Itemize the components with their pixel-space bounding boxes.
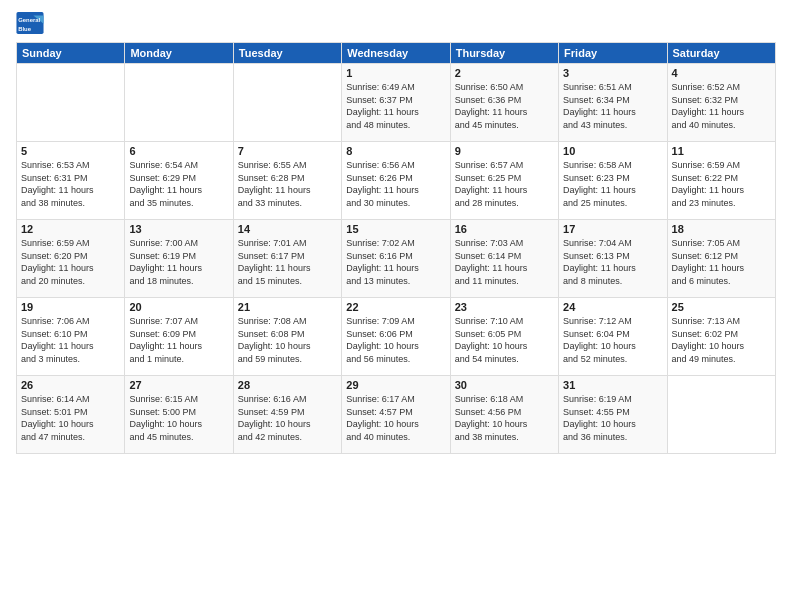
day-info: Sunrise: 6:58 AM Sunset: 6:23 PM Dayligh… (563, 159, 662, 209)
calendar-cell: 15Sunrise: 7:02 AM Sunset: 6:16 PM Dayli… (342, 220, 450, 298)
calendar-cell: 14Sunrise: 7:01 AM Sunset: 6:17 PM Dayli… (233, 220, 341, 298)
week-row-1: 1Sunrise: 6:49 AM Sunset: 6:37 PM Daylig… (17, 64, 776, 142)
day-number: 30 (455, 379, 554, 391)
calendar-cell: 2Sunrise: 6:50 AM Sunset: 6:36 PM Daylig… (450, 64, 558, 142)
day-number: 5 (21, 145, 120, 157)
day-info: Sunrise: 7:02 AM Sunset: 6:16 PM Dayligh… (346, 237, 445, 287)
day-number: 29 (346, 379, 445, 391)
week-row-4: 19Sunrise: 7:06 AM Sunset: 6:10 PM Dayli… (17, 298, 776, 376)
day-info: Sunrise: 6:51 AM Sunset: 6:34 PM Dayligh… (563, 81, 662, 131)
calendar-cell: 4Sunrise: 6:52 AM Sunset: 6:32 PM Daylig… (667, 64, 775, 142)
svg-text:Blue: Blue (18, 26, 32, 32)
day-number: 14 (238, 223, 337, 235)
day-info: Sunrise: 6:19 AM Sunset: 4:55 PM Dayligh… (563, 393, 662, 443)
day-number: 18 (672, 223, 771, 235)
weekday-header-saturday: Saturday (667, 43, 775, 64)
weekday-header-friday: Friday (559, 43, 667, 64)
day-info: Sunrise: 7:08 AM Sunset: 6:08 PM Dayligh… (238, 315, 337, 365)
day-number: 25 (672, 301, 771, 313)
calendar-cell (125, 64, 233, 142)
day-info: Sunrise: 6:57 AM Sunset: 6:25 PM Dayligh… (455, 159, 554, 209)
day-info: Sunrise: 6:55 AM Sunset: 6:28 PM Dayligh… (238, 159, 337, 209)
day-info: Sunrise: 6:59 AM Sunset: 6:20 PM Dayligh… (21, 237, 120, 287)
day-info: Sunrise: 6:49 AM Sunset: 6:37 PM Dayligh… (346, 81, 445, 131)
day-number: 22 (346, 301, 445, 313)
calendar-cell: 24Sunrise: 7:12 AM Sunset: 6:04 PM Dayli… (559, 298, 667, 376)
calendar-cell: 8Sunrise: 6:56 AM Sunset: 6:26 PM Daylig… (342, 142, 450, 220)
calendar-cell (667, 376, 775, 454)
day-info: Sunrise: 7:05 AM Sunset: 6:12 PM Dayligh… (672, 237, 771, 287)
day-number: 19 (21, 301, 120, 313)
day-info: Sunrise: 6:50 AM Sunset: 6:36 PM Dayligh… (455, 81, 554, 131)
calendar-cell: 19Sunrise: 7:06 AM Sunset: 6:10 PM Dayli… (17, 298, 125, 376)
weekday-header-row: SundayMondayTuesdayWednesdayThursdayFrid… (17, 43, 776, 64)
day-info: Sunrise: 7:04 AM Sunset: 6:13 PM Dayligh… (563, 237, 662, 287)
day-number: 28 (238, 379, 337, 391)
calendar-cell: 26Sunrise: 6:14 AM Sunset: 5:01 PM Dayli… (17, 376, 125, 454)
week-row-3: 12Sunrise: 6:59 AM Sunset: 6:20 PM Dayli… (17, 220, 776, 298)
calendar-cell: 30Sunrise: 6:18 AM Sunset: 4:56 PM Dayli… (450, 376, 558, 454)
day-info: Sunrise: 6:15 AM Sunset: 5:00 PM Dayligh… (129, 393, 228, 443)
weekday-header-wednesday: Wednesday (342, 43, 450, 64)
day-number: 9 (455, 145, 554, 157)
day-number: 27 (129, 379, 228, 391)
calendar-cell: 28Sunrise: 6:16 AM Sunset: 4:59 PM Dayli… (233, 376, 341, 454)
day-info: Sunrise: 6:59 AM Sunset: 6:22 PM Dayligh… (672, 159, 771, 209)
calendar-cell: 10Sunrise: 6:58 AM Sunset: 6:23 PM Dayli… (559, 142, 667, 220)
day-number: 11 (672, 145, 771, 157)
calendar-cell: 22Sunrise: 7:09 AM Sunset: 6:06 PM Dayli… (342, 298, 450, 376)
day-number: 7 (238, 145, 337, 157)
day-info: Sunrise: 6:18 AM Sunset: 4:56 PM Dayligh… (455, 393, 554, 443)
day-number: 15 (346, 223, 445, 235)
day-number: 8 (346, 145, 445, 157)
day-number: 6 (129, 145, 228, 157)
day-info: Sunrise: 7:00 AM Sunset: 6:19 PM Dayligh… (129, 237, 228, 287)
calendar-cell: 20Sunrise: 7:07 AM Sunset: 6:09 PM Dayli… (125, 298, 233, 376)
day-number: 16 (455, 223, 554, 235)
day-info: Sunrise: 6:14 AM Sunset: 5:01 PM Dayligh… (21, 393, 120, 443)
week-row-2: 5Sunrise: 6:53 AM Sunset: 6:31 PM Daylig… (17, 142, 776, 220)
day-number: 17 (563, 223, 662, 235)
day-info: Sunrise: 6:54 AM Sunset: 6:29 PM Dayligh… (129, 159, 228, 209)
weekday-header-thursday: Thursday (450, 43, 558, 64)
weekday-header-sunday: Sunday (17, 43, 125, 64)
calendar-cell: 25Sunrise: 7:13 AM Sunset: 6:02 PM Dayli… (667, 298, 775, 376)
calendar-cell: 9Sunrise: 6:57 AM Sunset: 6:25 PM Daylig… (450, 142, 558, 220)
calendar-cell: 11Sunrise: 6:59 AM Sunset: 6:22 PM Dayli… (667, 142, 775, 220)
day-info: Sunrise: 6:16 AM Sunset: 4:59 PM Dayligh… (238, 393, 337, 443)
calendar-cell (17, 64, 125, 142)
calendar-cell: 5Sunrise: 6:53 AM Sunset: 6:31 PM Daylig… (17, 142, 125, 220)
calendar-cell: 7Sunrise: 6:55 AM Sunset: 6:28 PM Daylig… (233, 142, 341, 220)
day-number: 4 (672, 67, 771, 79)
calendar-cell: 27Sunrise: 6:15 AM Sunset: 5:00 PM Dayli… (125, 376, 233, 454)
header: General Blue (16, 12, 776, 34)
day-info: Sunrise: 6:52 AM Sunset: 6:32 PM Dayligh… (672, 81, 771, 131)
day-info: Sunrise: 7:10 AM Sunset: 6:05 PM Dayligh… (455, 315, 554, 365)
calendar-cell: 17Sunrise: 7:04 AM Sunset: 6:13 PM Dayli… (559, 220, 667, 298)
calendar-cell: 31Sunrise: 6:19 AM Sunset: 4:55 PM Dayli… (559, 376, 667, 454)
day-number: 20 (129, 301, 228, 313)
day-info: Sunrise: 7:01 AM Sunset: 6:17 PM Dayligh… (238, 237, 337, 287)
week-row-5: 26Sunrise: 6:14 AM Sunset: 5:01 PM Dayli… (17, 376, 776, 454)
weekday-header-tuesday: Tuesday (233, 43, 341, 64)
calendar-cell: 1Sunrise: 6:49 AM Sunset: 6:37 PM Daylig… (342, 64, 450, 142)
calendar-cell: 18Sunrise: 7:05 AM Sunset: 6:12 PM Dayli… (667, 220, 775, 298)
calendar-cell: 6Sunrise: 6:54 AM Sunset: 6:29 PM Daylig… (125, 142, 233, 220)
day-number: 26 (21, 379, 120, 391)
weekday-header-monday: Monday (125, 43, 233, 64)
calendar-cell: 3Sunrise: 6:51 AM Sunset: 6:34 PM Daylig… (559, 64, 667, 142)
logo-icon: General Blue (16, 12, 44, 34)
calendar-table: SundayMondayTuesdayWednesdayThursdayFrid… (16, 42, 776, 454)
calendar-cell: 21Sunrise: 7:08 AM Sunset: 6:08 PM Dayli… (233, 298, 341, 376)
calendar-cell: 16Sunrise: 7:03 AM Sunset: 6:14 PM Dayli… (450, 220, 558, 298)
day-number: 13 (129, 223, 228, 235)
day-info: Sunrise: 6:53 AM Sunset: 6:31 PM Dayligh… (21, 159, 120, 209)
calendar-cell: 13Sunrise: 7:00 AM Sunset: 6:19 PM Dayli… (125, 220, 233, 298)
calendar-cell: 12Sunrise: 6:59 AM Sunset: 6:20 PM Dayli… (17, 220, 125, 298)
day-number: 12 (21, 223, 120, 235)
day-info: Sunrise: 7:12 AM Sunset: 6:04 PM Dayligh… (563, 315, 662, 365)
logo: General Blue (16, 12, 44, 34)
day-info: Sunrise: 7:13 AM Sunset: 6:02 PM Dayligh… (672, 315, 771, 365)
day-info: Sunrise: 6:17 AM Sunset: 4:57 PM Dayligh… (346, 393, 445, 443)
day-number: 21 (238, 301, 337, 313)
